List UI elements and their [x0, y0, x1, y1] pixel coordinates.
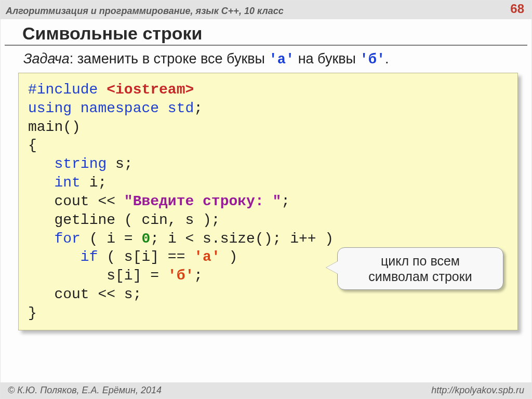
- callout-line-1: цикл по всем: [345, 253, 496, 269]
- code-l9a: ( i =: [81, 231, 142, 247]
- slide: Алгоритмизация и программирование, язык …: [0, 0, 532, 399]
- code-block: #include <iostream> using namespace std;…: [18, 73, 518, 330]
- code-l7-end: ;: [281, 193, 290, 209]
- code-if: if: [81, 249, 98, 265]
- pad: [28, 175, 54, 191]
- footer-copyright: © К.Ю. Поляков, Е.А. Ерёмин, 2014: [8, 385, 162, 396]
- callout-bubble: цикл по всем символам строки: [337, 247, 503, 290]
- code-l11a: s[i] =: [107, 268, 168, 284]
- code-type-int: int: [54, 175, 80, 191]
- pad: [28, 286, 54, 302]
- code-getline: getline ( cin, s );: [54, 212, 220, 228]
- code-std: std: [168, 100, 194, 116]
- task-lead: Задача: [23, 51, 70, 66]
- task-char-b: 'б': [360, 52, 385, 68]
- code-l2-end: ;: [194, 100, 203, 116]
- task-sep: :: [70, 51, 77, 66]
- callout-line-2: символам строки: [345, 269, 496, 284]
- code-for: for: [54, 231, 80, 247]
- code-using: using: [28, 100, 72, 116]
- code-l11-end: ;: [194, 268, 203, 284]
- footer: © К.Ю. Поляков, Е.А. Ерёмин, 2014 http:/…: [1, 382, 531, 398]
- code-char-b: 'б': [168, 268, 194, 284]
- code-l5-rest: s;: [107, 156, 132, 172]
- code-open-brace: {: [28, 137, 37, 153]
- code-zero: 0: [141, 231, 150, 247]
- slide-title: Символьные строки: [5, 19, 527, 46]
- task-part-1: заменить в строке все буквы: [77, 51, 269, 66]
- pad: [28, 249, 81, 265]
- code-l6-rest: i;: [81, 175, 107, 191]
- page-number: 68: [510, 2, 524, 16]
- task-tail: .: [385, 51, 389, 66]
- footer-url: http://kpolyakov.spb.ru: [431, 385, 524, 396]
- code-l10a: ( s[i] ==: [98, 249, 194, 265]
- code-block-wrap: #include <iostream> using namespace std;…: [18, 73, 518, 330]
- code-close-brace: }: [28, 305, 37, 321]
- code-iostream: <iostream>: [107, 82, 194, 98]
- pad: [28, 193, 54, 209]
- pad: [28, 268, 107, 284]
- code-l10-end: ): [220, 249, 238, 265]
- code-string-literal: "Введите строку: ": [124, 193, 281, 209]
- task-line: Задача: заменить в строке все буквы 'а' …: [1, 49, 531, 73]
- topbar: Алгоритмизация и программирование, язык …: [1, 1, 531, 19]
- code-cout2: cout << s;: [54, 286, 141, 302]
- course-label: Алгоритмизация и программирование, язык …: [6, 6, 284, 17]
- code-type-string: string: [54, 156, 107, 172]
- pad: [28, 156, 54, 172]
- pad: [28, 231, 54, 247]
- code-main: main(): [28, 119, 81, 135]
- code-l9b: ; i < s.size(); i++ ): [150, 231, 334, 247]
- task-part-2: на буквы: [294, 51, 360, 66]
- pad: [28, 212, 54, 228]
- code-namespace: namespace: [72, 100, 168, 116]
- code-cout1: cout <<: [54, 193, 124, 209]
- code-char-a: 'а': [194, 249, 220, 265]
- task-char-a: 'а': [269, 52, 295, 68]
- code-include: #include: [28, 82, 107, 98]
